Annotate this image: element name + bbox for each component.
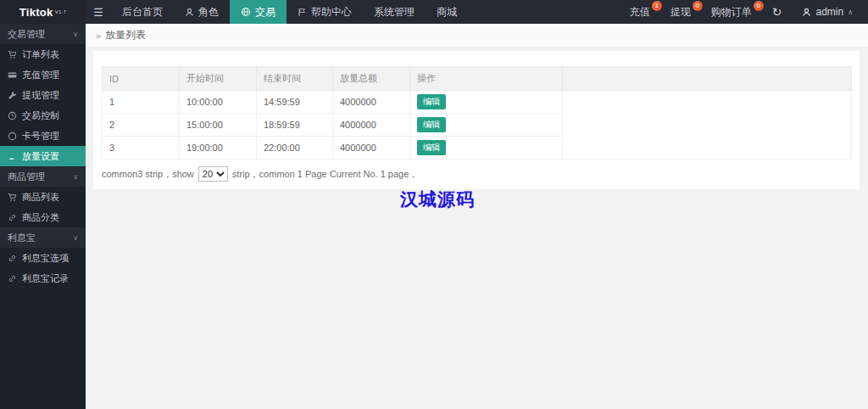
- edit-button[interactable]: 编辑: [417, 117, 446, 132]
- pagination: common3 strip，show 20 strip，common 1 Pag…: [102, 166, 418, 182]
- sidebar-item-volume-settings[interactable]: 放量设置: [0, 146, 86, 166]
- double-chevron-icon: »: [96, 31, 101, 41]
- chevron-down-icon: ∨: [73, 31, 78, 38]
- col-header-empty: [563, 67, 852, 91]
- top-bar: TiktokV1.7 ☰ 后台首页 角色 交易 帮助中心 系统管理: [0, 0, 868, 24]
- sidebar-section-interest[interactable]: 利息宝 ∨: [0, 227, 86, 248]
- sidebar-item-goods-list[interactable]: 商品列表: [0, 187, 86, 207]
- sidebar-section-goods[interactable]: 商品管理 ∨: [0, 166, 86, 187]
- col-header-start: 开始时间: [180, 67, 257, 91]
- empty-cell: [563, 91, 852, 160]
- col-header-action: 操作: [410, 67, 563, 91]
- content-card: ID 开始时间 结束时间 放量总额 操作 1 10:00:00 14:59:59…: [93, 51, 860, 189]
- table-row: 1 10:00:00 14:59:59 4000000 编辑: [103, 91, 852, 114]
- sidebar-item-recharge[interactable]: 充值管理: [0, 64, 86, 85]
- watermark-text: 汉城源码: [400, 188, 475, 211]
- menu-item-home[interactable]: 后台首页: [111, 0, 174, 24]
- circle-icon: [8, 132, 17, 141]
- page-title: 放量列表: [105, 28, 146, 42]
- clock-icon: [8, 111, 17, 120]
- pagination-prefix: common3 strip，show: [102, 168, 194, 181]
- col-header-id: ID: [103, 67, 180, 91]
- recharge-notice-link[interactable]: 充值 1: [620, 0, 660, 24]
- sidebar-section-trade[interactable]: 交易管理 ∨: [0, 24, 86, 44]
- user-menu[interactable]: admin ∧: [792, 0, 863, 24]
- edit-button[interactable]: 编辑: [417, 140, 446, 155]
- link-icon: [8, 274, 17, 283]
- flag-icon: [298, 8, 307, 17]
- top-right-actions: 充值 1 提现 0 购物订单 0 ↻ admin ∧: [620, 0, 868, 24]
- app-logo-text: Tiktok: [19, 6, 53, 19]
- wrench-icon: [8, 91, 17, 100]
- menu-item-mall[interactable]: 商城: [426, 0, 468, 24]
- col-header-total: 放量总额: [333, 67, 410, 91]
- menu-item-help[interactable]: 帮助中心: [287, 0, 363, 24]
- sidebar-item-goods-category[interactable]: 商品分类: [0, 207, 86, 227]
- page-size-select[interactable]: 20: [198, 166, 228, 182]
- withdraw-notice-link[interactable]: 提现 0: [660, 0, 701, 24]
- shop-orders-link[interactable]: 购物订单 0: [701, 0, 762, 24]
- refresh-icon[interactable]: ↻: [762, 0, 793, 24]
- edit-button[interactable]: 编辑: [417, 94, 446, 109]
- pagination-suffix: strip，common 1 Page Current No. 1 page，: [232, 168, 419, 181]
- menu-item-system[interactable]: 系统管理: [363, 0, 426, 24]
- sidebar-item-trade-control[interactable]: 交易控制: [0, 105, 86, 126]
- card-icon: [8, 70, 17, 80]
- table-header-row: ID 开始时间 结束时间 放量总额 操作: [103, 67, 852, 91]
- link-icon: [8, 254, 17, 263]
- menu-toggle-icon[interactable]: ☰: [86, 0, 111, 24]
- chevron-up-icon: ∧: [848, 8, 853, 16]
- volume-table: ID 开始时间 结束时间 放量总额 操作 1 10:00:00 14:59:59…: [102, 66, 852, 160]
- menu-item-role[interactable]: 角色: [174, 0, 230, 24]
- cart-icon: [8, 50, 17, 59]
- user-icon: [802, 8, 811, 17]
- chevron-down-icon: ∨: [73, 234, 78, 242]
- sidebar-item-order-list[interactable]: 订单列表: [0, 44, 86, 64]
- globe-icon: [241, 7, 251, 17]
- sidebar: 交易管理 ∨ 订单列表 充值管理 提现管理 交易控制 卡号管理 放量: [0, 24, 86, 409]
- link-icon: [8, 213, 17, 222]
- sidebar-item-interest-options[interactable]: 利息宝选项: [0, 248, 86, 268]
- app-version: V1.7: [55, 9, 67, 14]
- breadcrumb: » 放量列表: [86, 24, 868, 48]
- col-header-end: 结束时间: [257, 67, 333, 91]
- sidebar-item-withdraw[interactable]: 提现管理: [0, 85, 86, 105]
- sidebar-item-interest-records[interactable]: 利息宝记录: [0, 268, 86, 289]
- shop-orders-badge: 0: [754, 1, 764, 11]
- username: admin: [815, 6, 843, 18]
- sidebar-item-card-number[interactable]: 卡号管理: [0, 126, 86, 146]
- cart-icon: [8, 193, 17, 202]
- dash-icon: [8, 152, 17, 161]
- top-menu: 后台首页 角色 交易 帮助中心 系统管理 商城: [111, 0, 468, 24]
- chevron-down-icon: ∨: [73, 173, 78, 181]
- menu-item-trade[interactable]: 交易: [230, 0, 287, 24]
- user-icon: [185, 8, 194, 17]
- app-logo: TiktokV1.7: [0, 0, 86, 24]
